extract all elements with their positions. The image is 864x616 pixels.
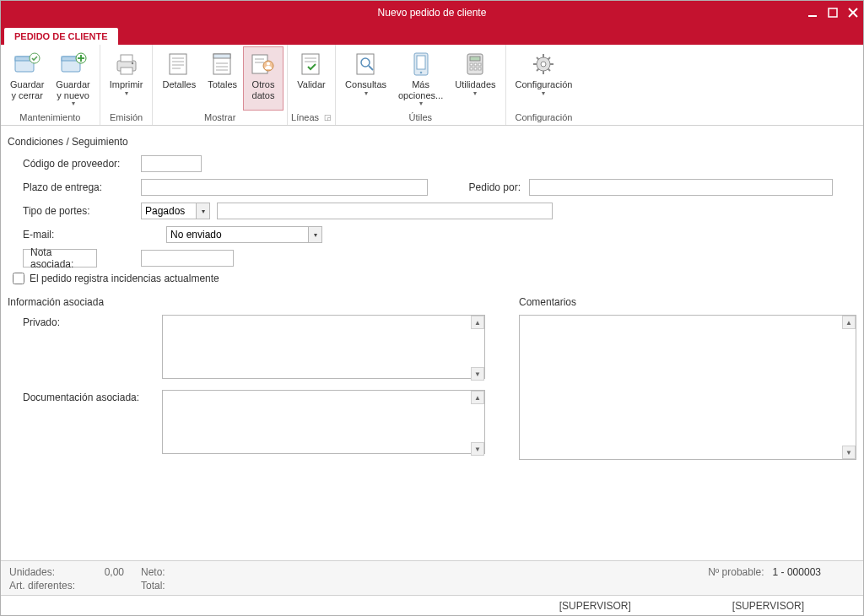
svg-rect-38 — [417, 56, 425, 69]
plazo-entrega-input[interactable] — [141, 179, 428, 196]
otros-datos-button[interactable]: Otros datos — [243, 46, 284, 111]
window-controls — [807, 8, 863, 18]
ribbon-group-configuracion: Configuración ▾ Configuración — [506, 45, 582, 125]
mas-opciones-button[interactable]: Más opciones... ▾ — [392, 46, 449, 111]
scroll-down-icon[interactable]: ▼ — [842, 446, 856, 459]
other-data-icon — [250, 51, 277, 78]
guardar-nuevo-button[interactable]: Guardar y nuevo ▾ — [50, 46, 95, 111]
privado-textarea[interactable] — [162, 315, 485, 379]
svg-line-55 — [548, 69, 551, 72]
ribbon: Guardar y cerrar Guardar y nuevo ▾ Mante… — [1, 45, 863, 126]
chevron-down-icon: ▾ — [72, 100, 75, 107]
codigo-proveedor-input[interactable] — [141, 155, 202, 172]
total-label: Total: — [141, 580, 165, 592]
svg-line-54 — [537, 57, 539, 60]
utilidades-button[interactable]: Utilidades ▾ — [449, 46, 501, 111]
probable-value: 1 - 000003 — [773, 566, 821, 592]
status-user-right: [SUPERVISOR] — [732, 600, 804, 612]
detalles-button[interactable]: Detalles — [156, 46, 202, 111]
pedido-por-label: Pedido por: — [428, 181, 529, 193]
save-close-icon — [14, 51, 40, 78]
svg-point-15 — [131, 62, 132, 64]
tipo-portes-combo[interactable]: ▾ — [141, 203, 210, 219]
plazo-entrega-label: Plazo de entrega: — [23, 181, 141, 193]
svg-rect-0 — [808, 15, 817, 17]
svg-rect-47 — [478, 68, 481, 70]
unidades-value: 0,00 — [90, 566, 124, 578]
section-info-asociada: Información asociada — [8, 296, 485, 308]
doc-asociada-textarea[interactable] — [162, 390, 485, 454]
svg-point-49 — [541, 62, 546, 67]
ribbon-group-utiles: Consultas ▾ Más opciones... ▾ Utilidades… — [336, 45, 505, 125]
tab-pedido-cliente[interactable]: PEDIDO DE CLIENTE — [4, 28, 118, 45]
scroll-down-icon[interactable]: ▼ — [471, 442, 484, 456]
chevron-down-icon: ▾ — [125, 90, 128, 97]
svg-rect-22 — [213, 54, 230, 58]
comentarios-textarea[interactable] — [519, 315, 856, 460]
chevron-down-icon: ▾ — [542, 90, 545, 97]
nota-asociada-input[interactable] — [141, 250, 234, 267]
incidencias-label: El pedido registra incidencias actualmen… — [30, 273, 219, 284]
configuracion-button[interactable]: Configuración ▾ — [510, 46, 579, 111]
svg-rect-42 — [470, 63, 472, 66]
email-label: E-mail: — [23, 229, 141, 240]
svg-point-30 — [267, 62, 270, 66]
scroll-up-icon[interactable]: ▲ — [471, 391, 484, 404]
svg-line-57 — [537, 69, 539, 72]
svg-rect-44 — [478, 63, 481, 66]
doc-asociada-label: Documentación asociada: — [23, 390, 162, 457]
window-title: Nuevo pedido de cliente — [378, 7, 487, 19]
close-icon[interactable] — [848, 8, 858, 18]
maximize-icon[interactable] — [828, 8, 838, 18]
ribbon-group-lineas: Validar Líneas◲ — [288, 45, 336, 125]
ribbon-group-mostrar: Detalles Totales Otros datos Mostrar — [153, 45, 288, 125]
consultas-button[interactable]: Consultas ▾ — [339, 46, 392, 111]
email-combo[interactable]: ▾ — [166, 226, 322, 243]
incidencias-checkbox[interactable] — [13, 273, 24, 284]
nota-asociada-button[interactable]: Nota asociada: — [23, 249, 97, 267]
app-window: Nuevo pedido de cliente PEDIDO DE CLIENT… — [0, 0, 864, 616]
svg-line-56 — [548, 57, 551, 60]
status-user-left: [SUPERVISOR] — [559, 600, 631, 612]
titlebar: Nuevo pedido de cliente — [1, 1, 863, 24]
svg-rect-46 — [474, 68, 477, 70]
chevron-down-icon: ▾ — [473, 90, 477, 97]
ribbon-tabstrip: PEDIDO DE CLIENTE — [1, 24, 863, 45]
svg-rect-16 — [170, 54, 186, 74]
imprimir-button[interactable]: Imprimir ▾ — [104, 46, 149, 111]
gear-icon — [530, 51, 557, 78]
art-dif-label: Art. diferentes: — [9, 580, 85, 592]
utilities-icon — [462, 51, 489, 78]
tipo-portes-extra-input[interactable] — [217, 203, 553, 219]
totales-button[interactable]: Totales — [202, 46, 243, 111]
scroll-up-icon[interactable]: ▲ — [471, 316, 484, 329]
scroll-up-icon[interactable]: ▲ — [842, 316, 856, 329]
pedido-por-input[interactable] — [529, 179, 833, 196]
chevron-down-icon: ▾ — [419, 100, 423, 107]
ribbon-group-emision: Imprimir ▾ Emisión — [100, 45, 154, 125]
privado-label: Privado: — [23, 315, 162, 381]
queries-icon — [353, 51, 380, 78]
validar-button[interactable]: Validar — [291, 46, 332, 111]
totals-icon — [209, 51, 236, 78]
printer-icon — [113, 51, 140, 78]
probable-label: Nº probable: — [708, 566, 764, 592]
validate-icon — [298, 51, 325, 78]
dialog-launcher-icon[interactable]: ◲ — [324, 113, 332, 122]
chevron-down-icon: ▾ — [364, 90, 368, 97]
svg-rect-41 — [470, 57, 480, 61]
chevron-down-icon[interactable]: ▾ — [196, 203, 209, 219]
section-condiciones: Condiciones / Seguimiento — [8, 136, 856, 148]
scroll-down-icon[interactable]: ▼ — [471, 367, 484, 381]
details-icon — [165, 51, 192, 78]
chevron-down-icon[interactable]: ▾ — [308, 227, 321, 242]
codigo-proveedor-label: Código de proveedor: — [23, 158, 141, 170]
svg-rect-45 — [470, 68, 472, 70]
save-new-icon — [60, 51, 87, 78]
ribbon-group-mantenimiento: Guardar y cerrar Guardar y nuevo ▾ Mante… — [1, 45, 100, 125]
neto-label: Neto: — [141, 566, 165, 578]
svg-rect-31 — [302, 54, 319, 74]
svg-rect-13 — [121, 55, 132, 62]
guardar-cerrar-button[interactable]: Guardar y cerrar — [4, 46, 50, 111]
minimize-icon[interactable] — [807, 8, 818, 18]
